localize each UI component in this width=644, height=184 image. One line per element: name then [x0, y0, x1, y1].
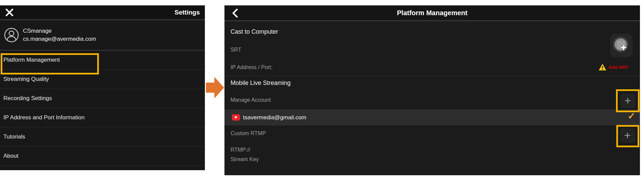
profile-text: CSmanage cs.manage@avermedia.com	[23, 28, 96, 42]
transition-arrow-icon	[206, 77, 225, 98]
mobile-live-streaming-label: Mobile Live Streaming	[231, 80, 291, 87]
screenshot-canvas: Settings CSmanage cs.manage@avermedia.co…	[0, 0, 644, 184]
cast-device-button[interactable]: +	[610, 34, 633, 57]
section-divider	[224, 76, 640, 76]
settings-menu: Platform Management Streaming Quality Re…	[0, 51, 205, 166]
profile-row[interactable]: CSmanage cs.manage@avermedia.com	[0, 20, 205, 51]
youtube-account-row[interactable]: tsavermedia@gmail.com	[224, 110, 640, 125]
settings-screen: Settings CSmanage cs.manage@avermedia.co…	[0, 5, 205, 170]
add-custom-rtmp-button[interactable]: +	[620, 129, 635, 143]
avatar-icon	[4, 28, 19, 42]
settings-header: Settings	[0, 5, 205, 20]
srt-label: SRT	[231, 47, 241, 53]
menu-item-about[interactable]: About	[0, 147, 205, 166]
menu-item-streaming-quality[interactable]: Streaming Quality	[0, 70, 205, 89]
account-selected-check-icon: ✓	[625, 111, 638, 122]
add-srt-warning[interactable]: Add SRT	[598, 63, 628, 71]
profile-email: cs.manage@avermedia.com	[23, 36, 96, 42]
rtmp-url-label: RTMP://	[231, 147, 250, 153]
platform-management-header: Platform Management	[224, 5, 640, 21]
menu-item-recording-settings[interactable]: Recording Settings	[0, 89, 205, 108]
close-icon[interactable]	[5, 8, 14, 17]
youtube-account-email: tsavermedia@gmail.com	[243, 114, 306, 121]
profile-name: CSmanage	[23, 28, 96, 34]
menu-item-ip-address-port-info[interactable]: IP Address and Port Information	[0, 108, 205, 127]
custom-rtmp-label: Custom RTMP	[231, 130, 266, 136]
settings-title: Settings	[175, 9, 200, 16]
manage-account-label: Manage Account	[231, 97, 271, 103]
youtube-icon	[232, 114, 240, 121]
page-title: Platform Management	[224, 9, 640, 17]
warning-triangle-icon	[598, 63, 607, 71]
menu-item-tutorials[interactable]: Tutorials	[0, 127, 205, 147]
cast-plus-icon: +	[621, 42, 627, 53]
cast-to-computer-label: Cast to Computer	[231, 28, 278, 35]
add-srt-label: Add SRT	[609, 65, 628, 70]
add-account-button[interactable]: +	[621, 94, 635, 108]
menu-item-platform-management[interactable]: Platform Management	[0, 51, 205, 70]
stream-key-label: Stream Key	[231, 156, 259, 162]
platform-management-screen: Platform Management Cast to Computer SRT…	[224, 5, 640, 175]
ip-address-port-label: IP Address / Port:	[231, 64, 272, 70]
